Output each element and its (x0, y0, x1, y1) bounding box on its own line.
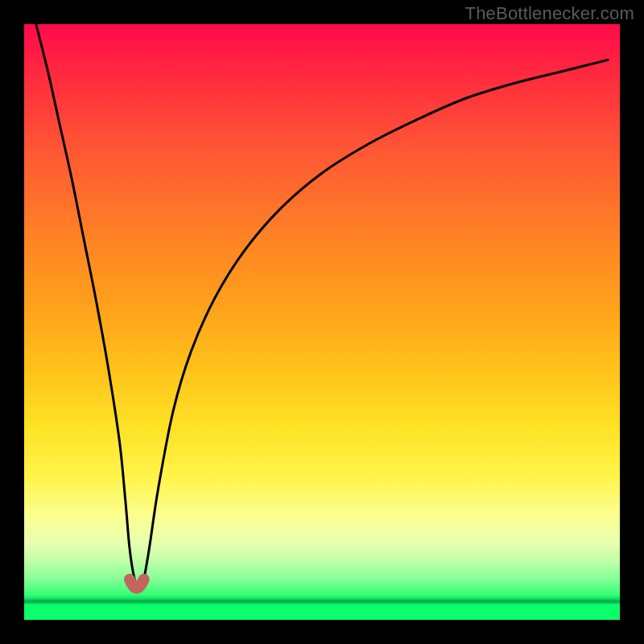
watermark-text: TheBottlenecker.com (465, 3, 634, 24)
notch-left-dot (125, 575, 134, 584)
notch-right-dot (139, 575, 149, 584)
plot-area (24, 24, 620, 620)
curve-layer (24, 24, 620, 620)
chart-frame: TheBottlenecker.com (0, 0, 644, 644)
bottleneck-curve (36, 24, 608, 587)
